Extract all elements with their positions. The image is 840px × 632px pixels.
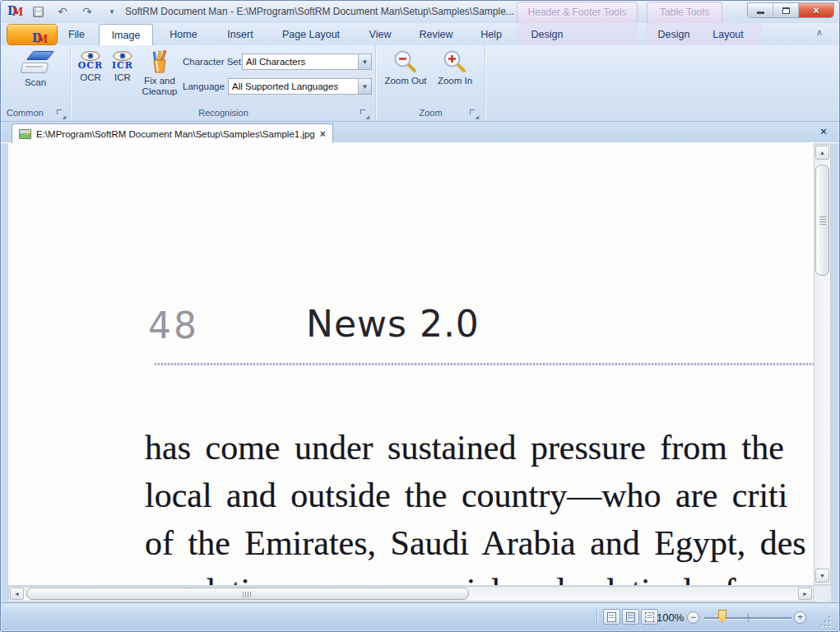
scroll-right-icon[interactable]: ► <box>798 588 812 600</box>
chevron-down-icon[interactable]: ▼ <box>358 79 371 94</box>
dialog-launcher-recognision[interactable] <box>360 109 369 118</box>
ribbon-collapse-icon[interactable]: ∧ <box>816 27 823 38</box>
tab-view[interactable]: View <box>359 25 401 45</box>
application-menu-button[interactable]: D M <box>7 24 58 45</box>
scroll-down-icon[interactable]: ▼ <box>815 569 829 583</box>
qat-dropdown-icon[interactable]: ▾ <box>104 3 120 20</box>
close-button[interactable]: × <box>799 3 833 17</box>
thumb-grip <box>243 592 253 597</box>
dialog-launcher-common[interactable] <box>57 109 66 118</box>
zoom-in-icon <box>443 50 466 73</box>
restore-button[interactable] <box>773 3 799 17</box>
view-mode-1-button[interactable] <box>603 609 620 625</box>
zoom-slider-center-tick <box>748 613 749 622</box>
minimize-button[interactable] <box>748 3 773 17</box>
character-set-value: All Characters <box>243 54 358 69</box>
undo-icon[interactable]: ↶ <box>54 3 71 20</box>
view-mode-3-icon <box>645 612 654 622</box>
character-set-combo[interactable]: All Characters ▼ <box>242 53 372 70</box>
scan-button[interactable]: Scan <box>12 48 59 88</box>
language-label: Language <box>183 81 225 91</box>
minimize-icon <box>757 12 764 14</box>
ocr-label: OCR <box>80 72 101 83</box>
icr-icon-text: ICR <box>112 61 133 70</box>
redo-icon[interactable]: ↷ <box>79 3 95 20</box>
dialog-launcher-zoom[interactable] <box>470 109 479 118</box>
tab-file[interactable]: File <box>58 25 95 45</box>
document-area-close-icon[interactable]: × <box>816 124 831 139</box>
body-line: local and outside the country—who are cr… <box>145 474 806 522</box>
ribbon-group-common: Scan Common <box>0 45 71 121</box>
horizontal-scroll-track[interactable] <box>25 587 797 601</box>
icr-label: ICR <box>114 72 131 83</box>
page-number: 48 <box>148 304 199 346</box>
tab-design-header-footer[interactable]: Design <box>520 25 574 45</box>
tab-page-layout[interactable]: Page Layout <box>271 25 350 45</box>
body-line: regulation, a commercial and relatively … <box>145 569 806 585</box>
scanner-base-shape <box>21 63 49 73</box>
contextual-group-table-tools: Table Tools <box>647 2 722 23</box>
quick-access-toolbar: ↶ ↷ ▾ <box>30 2 120 21</box>
fix-cleanup-label-line1: Fix and <box>144 76 175 86</box>
language-value: All Supported Languages <box>229 79 358 94</box>
body-line: has come under sustained pressure from t… <box>145 426 806 474</box>
floppy-shape <box>33 7 44 17</box>
scrollbar-corner <box>814 586 831 602</box>
document-tab-title: E:\MProgram\SoftRM Document Man\Setup\Sa… <box>36 129 315 139</box>
scroll-up-icon[interactable]: ▲ <box>815 146 829 160</box>
contextual-group-header-footer-tools: Header & Footer Tools <box>517 2 638 23</box>
title-bar: D M ↶ ↷ ▾ SoftRM Document Man - E:\MProg… <box>0 0 840 23</box>
zoom-slider-thumb[interactable] <box>718 610 726 623</box>
thumb-grip <box>819 216 826 225</box>
language-combo[interactable]: All Supported Languages ▼ <box>228 78 372 95</box>
body-line: of the Emirates, Saudi Arabia and Egypt,… <box>145 522 806 569</box>
restore-icon <box>782 7 790 14</box>
fix-and-cleanup-button[interactable]: Fix and Cleanup <box>139 48 180 97</box>
tab-layout-table[interactable]: Layout <box>701 25 755 45</box>
zoom-in-button[interactable]: Zoom In <box>433 48 477 86</box>
scroll-left-icon[interactable]: ◄ <box>10 588 24 600</box>
pencil-cup-icon <box>148 50 171 73</box>
tab-insert[interactable]: Insert <box>216 25 265 45</box>
view-mode-1-icon <box>607 612 616 622</box>
app-logo-icon[interactable]: D M <box>7 4 26 19</box>
heading-rule <box>155 363 814 365</box>
tab-home[interactable]: Home <box>160 25 207 45</box>
zoom-decrease-button[interactable]: − <box>687 611 699 624</box>
tab-image[interactable]: Image <box>99 24 153 46</box>
ribbon-group-zoom: Zoom Out Zoom In Zoom <box>377 45 485 121</box>
horizontal-scroll-thumb[interactable] <box>26 588 469 600</box>
zoom-out-label: Zoom Out <box>384 76 426 86</box>
document-tab[interactable]: E:\MProgram\SoftRM Document Man\Setup\Sa… <box>12 123 333 143</box>
group-label-zoom: Zoom <box>377 108 485 119</box>
document-body-text: has come under sustained pressure from t… <box>145 426 806 585</box>
zoom-out-button[interactable]: Zoom Out <box>382 48 429 86</box>
character-set-label: Character Set <box>183 57 241 67</box>
horizontal-scrollbar[interactable]: ◄ ► <box>8 586 814 602</box>
zoom-out-icon <box>394 50 417 73</box>
close-icon: × <box>813 5 819 16</box>
view-mode-3-button[interactable] <box>641 609 658 625</box>
logo-letter-m: M <box>12 7 23 18</box>
chevron-down-icon[interactable]: ▼ <box>358 54 371 69</box>
document-page[interactable]: 48 News 2.0 has come under sustained pre… <box>8 143 814 585</box>
tab-review[interactable]: Review <box>410 25 462 45</box>
ocr-button[interactable]: OCR OCR <box>75 48 106 83</box>
vertical-scrollbar[interactable]: ▲ ▼ <box>814 144 831 585</box>
zoom-in-label: Zoom In <box>438 76 472 86</box>
status-separator <box>596 608 597 626</box>
window-resize-grip[interactable] <box>819 615 830 626</box>
window-title: SoftRM Document Man - E:\MProgram\SoftRM… <box>125 6 514 17</box>
zoom-level-value: 100% <box>657 611 684 624</box>
scan-label: Scan <box>25 77 46 88</box>
tab-help[interactable]: Help <box>469 25 513 45</box>
zoom-increase-button[interactable]: + <box>794 611 806 624</box>
fix-cleanup-label-line2: Cleanup <box>142 86 178 97</box>
document-tab-close-icon[interactable]: × <box>320 129 326 139</box>
vertical-scroll-thumb[interactable] <box>815 165 829 276</box>
view-mode-2-button[interactable] <box>622 609 639 625</box>
icr-button[interactable]: ICR ICR <box>108 48 137 83</box>
ribbon: Scan Common OCR OCR ICR ICR <box>0 45 840 122</box>
tab-design-table[interactable]: Design <box>648 25 699 45</box>
save-icon[interactable] <box>30 3 46 20</box>
